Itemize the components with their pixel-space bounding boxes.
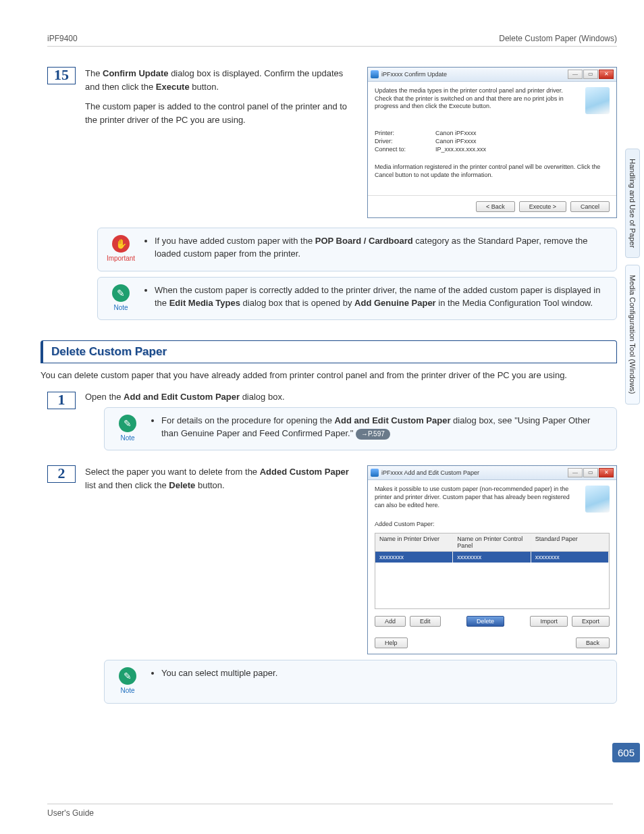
note-icon: ✎ <box>119 667 136 685</box>
step-15-number: 15 <box>47 67 76 84</box>
import-button[interactable]: Import <box>530 616 568 627</box>
add-button[interactable]: Add <box>375 616 406 627</box>
printer-logo <box>585 486 610 513</box>
table-row-selected[interactable]: xxxxxxxx xxxxxxxx xxxxxxxx <box>375 552 609 563</box>
confirm-update-dialog: iPFxxxx Confirm Update — ▭ ✕ Updates the… <box>367 67 617 218</box>
step-1-number: 1 <box>47 392 76 409</box>
custom-paper-table: Name in Printer Driver Name on Printer C… <box>375 533 610 609</box>
maximize-button[interactable]: ▭ <box>583 70 598 79</box>
col-header: Name on Printer Control Panel <box>453 533 531 551</box>
step-15-text: The Confirm Update dialog box is display… <box>85 67 354 218</box>
page-link[interactable]: →P.597 <box>356 429 390 440</box>
app-icon <box>371 469 379 477</box>
dialog-title: iPFxxxx Confirm Update <box>381 71 447 78</box>
col-header: Name in Printer Driver <box>375 533 453 551</box>
step-2-number: 2 <box>47 465 76 483</box>
dialog-warning: Media information registered in the prin… <box>368 159 616 183</box>
back-button[interactable]: < Back <box>476 201 515 212</box>
printer-logo <box>585 87 610 114</box>
cancel-button[interactable]: Cancel <box>570 201 610 212</box>
app-icon <box>371 70 379 78</box>
maximize-button[interactable]: ▭ <box>583 468 598 477</box>
section-title: Delete Custom Paper <box>41 340 617 363</box>
note-icon: ✎ <box>119 415 136 432</box>
dialog-description: Updates the media types in the printer c… <box>375 87 579 111</box>
close-button[interactable]: ✕ <box>599 70 614 79</box>
note-callout-2: ✎ Note For details on the procedure for … <box>104 407 617 451</box>
note-callout-1: ✎ Note When the custom paper is correctl… <box>97 277 617 321</box>
note-icon: ✎ <box>112 284 130 302</box>
delete-button[interactable]: Delete <box>466 616 504 627</box>
section-intro: You can delete custom paper that you hav… <box>41 369 617 382</box>
execute-button[interactable]: Execute > <box>519 201 566 212</box>
important-icon: ✋ <box>112 235 130 253</box>
col-header: Standard Paper <box>531 533 609 551</box>
note-callout-3: ✎ Note You can select multiple paper. <box>104 660 617 704</box>
step-1-text: Open the Add and Edit Custom Paper dialo… <box>85 392 617 402</box>
side-tab-handling[interactable]: Handling and Use of Paper <box>625 149 640 258</box>
important-callout: ✋ Important If you have added custom pap… <box>97 228 617 271</box>
section-header: Delete Custom Paper (Windows) <box>499 34 617 43</box>
help-button[interactable]: Help <box>375 637 408 648</box>
close-button[interactable]: ✕ <box>599 468 614 477</box>
edit-button[interactable]: Edit <box>410 616 441 627</box>
side-tab-media-config[interactable]: Media Configuration Tool (Windows) <box>625 265 640 405</box>
footer: User's Guide <box>47 804 613 818</box>
minimize-button[interactable]: — <box>568 468 583 477</box>
minimize-button[interactable]: — <box>568 70 583 79</box>
add-edit-custom-paper-dialog: iPFxxxx Add and Edit Custom Paper — ▭ ✕ … <box>367 465 617 654</box>
back-button[interactable]: Back <box>576 637 610 648</box>
export-button[interactable]: Export <box>572 616 610 627</box>
model-header: iPF9400 <box>47 34 78 43</box>
list-label: Added Custom Paper: <box>375 521 610 527</box>
page-number: 605 <box>612 743 640 762</box>
dialog-description: Makes it possible to use custom paper (n… <box>375 486 579 513</box>
dialog-title: iPFxxxx Add and Edit Custom Paper <box>381 469 479 476</box>
step-2-text: Select the paper you want to delete from… <box>85 465 354 654</box>
